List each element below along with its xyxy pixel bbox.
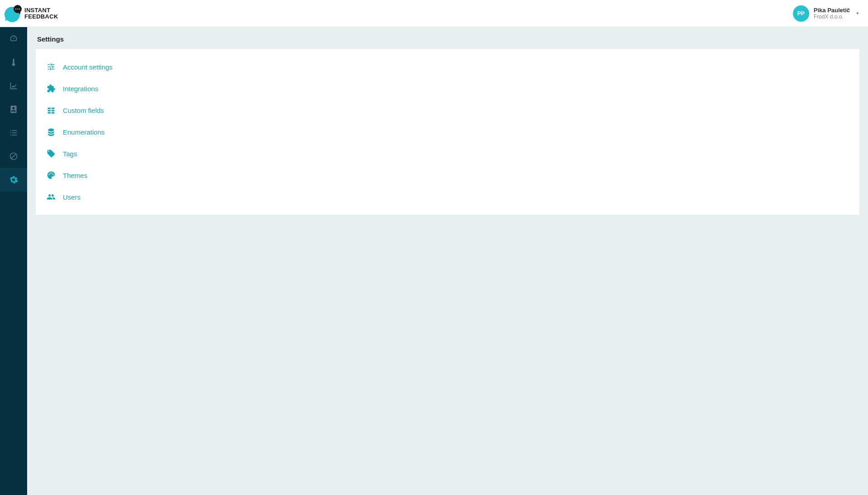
settings-link-themes[interactable]: Themes xyxy=(46,164,849,186)
user-org: FrodX d.o.o. xyxy=(814,14,850,20)
sidebar-item-contacts[interactable] xyxy=(0,98,27,121)
sidebar-item-settings[interactable] xyxy=(0,168,27,191)
palette-icon xyxy=(47,171,56,180)
user-name: Pika Pauletič xyxy=(814,7,850,14)
logo-mark xyxy=(5,5,22,22)
avatar: PP xyxy=(793,5,809,22)
sidebar xyxy=(0,27,27,495)
settings-link-enumerations[interactable]: Enumerations xyxy=(46,121,849,143)
tags-icon xyxy=(47,149,56,158)
address-book-icon xyxy=(9,105,18,114)
gear-icon xyxy=(9,175,18,184)
brand-line1: INSTANT xyxy=(24,7,58,14)
puzzle-icon xyxy=(47,84,56,93)
thermometer-icon xyxy=(9,58,18,67)
settings-link-label: Enumerations xyxy=(63,128,105,136)
user-menu[interactable]: PP Pika Pauletič FrodX d.o.o. ▾ xyxy=(793,5,859,22)
database-icon xyxy=(47,127,56,136)
settings-link-label: Account settings xyxy=(63,63,113,71)
chart-line-icon xyxy=(9,81,18,90)
main-content: Settings Account settingsIntegrationsCus… xyxy=(27,27,868,495)
settings-link-tags[interactable]: Tags xyxy=(46,143,849,164)
header: INSTANT FEEDBACK PP Pika Pauletič FrodX … xyxy=(0,0,868,27)
checklist-icon xyxy=(9,128,18,137)
settings-link-label: Themes xyxy=(63,172,87,179)
settings-card: Account settingsIntegrationsCustom field… xyxy=(35,48,860,215)
sidebar-item-temperature[interactable] xyxy=(0,51,27,74)
brand-text: INSTANT FEEDBACK xyxy=(24,7,58,19)
settings-link-account-settings[interactable]: Account settings xyxy=(46,56,849,78)
sidebar-item-tasks[interactable] xyxy=(0,121,27,145)
settings-link-users[interactable]: Users xyxy=(46,186,849,208)
sidebar-item-analytics[interactable] xyxy=(0,74,27,98)
sliders-icon xyxy=(47,62,56,71)
settings-link-label: Integrations xyxy=(63,85,98,93)
settings-link-custom-fields[interactable]: Custom fields xyxy=(46,99,849,121)
grid-icon xyxy=(47,106,56,115)
ban-icon xyxy=(9,152,18,161)
users-icon xyxy=(47,192,56,201)
brand-line2: FEEDBACK xyxy=(24,14,58,20)
settings-link-label: Tags xyxy=(63,150,77,158)
settings-link-label: Custom fields xyxy=(63,107,104,114)
settings-link-integrations[interactable]: Integrations xyxy=(46,78,849,99)
gauge-icon xyxy=(9,34,18,43)
chevron-down-icon: ▾ xyxy=(856,10,859,16)
sidebar-item-dashboard[interactable] xyxy=(0,27,27,51)
page-title: Settings xyxy=(27,27,868,48)
sidebar-item-blocked[interactable] xyxy=(0,145,27,168)
brand-logo[interactable]: INSTANT FEEDBACK xyxy=(5,5,58,22)
settings-link-label: Users xyxy=(63,193,80,201)
